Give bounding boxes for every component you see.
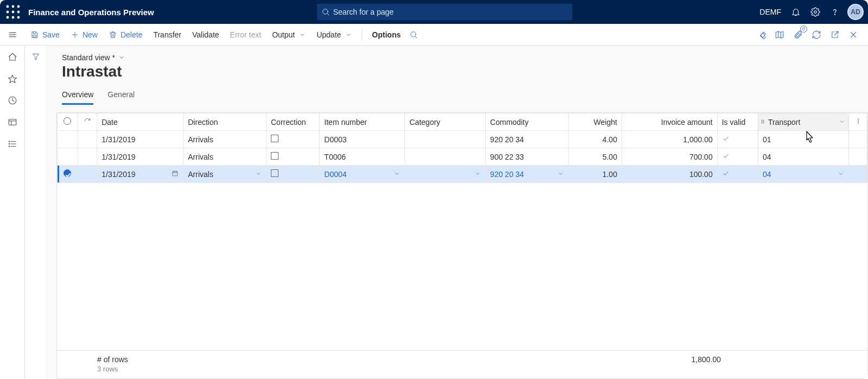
cell-transport[interactable]: 04 [758,148,849,166]
validate-button[interactable]: Validate [187,28,225,41]
cell-item[interactable]: D0003 [320,131,405,148]
grip-icon[interactable] [759,118,766,127]
col-date[interactable]: Date [97,113,183,131]
cell-invoice[interactable]: 700.00 [622,148,717,166]
map-icon[interactable] [771,27,788,43]
avatar[interactable]: AD [847,4,864,20]
cell-commodity[interactable]: 900 22 33 [485,148,568,166]
row-select[interactable] [58,166,78,183]
col-is-valid[interactable]: Is valid [717,113,758,131]
cell-date[interactable]: 1/31/2019 [97,166,183,183]
svg-point-44 [763,123,764,123]
update-menu[interactable]: Update [311,28,357,41]
search-input[interactable]: Search for a page [317,4,572,20]
home-icon[interactable] [7,51,18,63]
svg-line-20 [415,36,417,38]
cell-transport[interactable]: 01 [758,131,849,148]
cell-valid[interactable] [717,148,758,166]
output-menu[interactable]: Output [267,28,311,41]
view-selector[interactable]: Standard view * [62,53,868,62]
cell-invoice[interactable]: 1,000.00 [622,131,717,148]
calendar-icon[interactable] [172,170,179,179]
svg-point-2 [17,5,20,8]
close-icon[interactable] [845,27,861,43]
row-select[interactable] [58,131,78,148]
cell-invoice[interactable]: 100.00 [622,166,717,183]
new-button[interactable]: New [65,28,103,41]
cell-valid[interactable] [717,131,758,148]
cell-direction[interactable]: Arrivals [183,166,267,183]
svg-point-19 [411,31,416,36]
select-all[interactable] [58,113,78,131]
grid: Date Direction Correction Item number Ca… [56,112,868,379]
cell-item[interactable]: D0004 [320,166,405,183]
options-button[interactable]: Options [366,28,406,41]
bell-icon[interactable] [787,3,805,21]
col-category[interactable]: Category [405,113,486,131]
cell-transport[interactable]: 04 [758,166,849,183]
cell-correction[interactable] [267,148,320,166]
waffle-icon[interactable] [4,3,22,21]
col-menu[interactable] [849,113,867,131]
filter-pane-toggle[interactable] [25,46,47,379]
cell-date[interactable]: 1/31/2019 [97,148,183,166]
company-label[interactable]: DEMF [759,8,781,16]
attach-icon[interactable]: 0 [790,27,806,43]
cell-direction[interactable]: Arrivals [183,148,267,166]
gear-icon[interactable] [806,3,825,21]
table-row[interactable]: 1/31/2019 Arrivals D0004 [58,166,867,183]
transfer-button[interactable]: Transfer [148,28,187,41]
workspace-icon[interactable] [7,116,18,128]
chevron-down-icon[interactable] [255,170,262,179]
chevron-down-icon[interactable] [838,170,844,179]
list-icon[interactable] [7,138,18,150]
recent-icon[interactable] [7,94,18,106]
chevron-down-icon[interactable] [839,118,845,127]
cell-category[interactable] [405,148,486,166]
cell-date[interactable]: 1/31/2019 [97,131,183,148]
star-icon[interactable] [7,73,18,85]
tab-general[interactable]: General [107,90,135,105]
refresh-icon[interactable] [808,27,825,43]
diamond-icon[interactable] [753,27,769,43]
save-button[interactable]: Save [25,28,65,41]
col-direction[interactable]: Direction [183,113,267,131]
svg-point-5 [17,11,20,14]
tab-overview[interactable]: Overview [62,90,93,105]
col-invoice-amount[interactable]: Invoice amount [622,113,717,131]
help-icon[interactable] [826,3,844,21]
cell-item[interactable]: T0006 [320,148,405,166]
chevron-down-icon[interactable] [474,170,481,179]
table-row[interactable]: 1/31/2019 Arrivals T0006 900 22 33 5.00 … [58,148,867,166]
col-commodity[interactable]: Commodity [485,113,568,131]
cell-category[interactable] [405,131,486,148]
chevron-down-icon[interactable] [394,170,400,179]
svg-point-43 [762,123,762,123]
main-content: Standard view * Intrastat Overview Gener… [47,46,868,379]
cell-correction[interactable] [267,166,320,183]
cell-weight[interactable]: 5.00 [568,148,622,166]
cell-category[interactable] [405,166,486,183]
delete-button[interactable]: Delete [103,28,148,41]
cell-commodity[interactable]: 920 20 34 [485,131,568,148]
action-search-icon[interactable] [406,28,421,41]
popout-icon[interactable] [827,27,843,43]
cell-weight[interactable]: 1.00 [568,166,622,183]
col-transport[interactable]: Transport [758,113,849,131]
svg-point-6 [7,16,9,19]
table-row[interactable]: 1/31/2019 Arrivals D0003 920 20 34 4.00 … [58,131,867,148]
cell-weight[interactable]: 4.00 [568,131,622,148]
svg-rect-29 [9,119,16,125]
svg-marker-27 [8,75,16,83]
col-correction[interactable]: Correction [267,113,320,131]
hamburger-icon[interactable] [3,30,22,40]
col-weight[interactable]: Weight [568,113,622,131]
row-select[interactable] [58,148,78,166]
chevron-down-icon[interactable] [557,170,564,179]
cell-direction[interactable]: Arrivals [183,131,267,148]
cell-commodity[interactable]: 920 20 34 [485,166,568,183]
cell-correction[interactable] [267,131,320,148]
cell-valid[interactable] [717,166,758,183]
col-item-number[interactable]: Item number [320,113,405,131]
refresh-column[interactable] [78,113,97,131]
